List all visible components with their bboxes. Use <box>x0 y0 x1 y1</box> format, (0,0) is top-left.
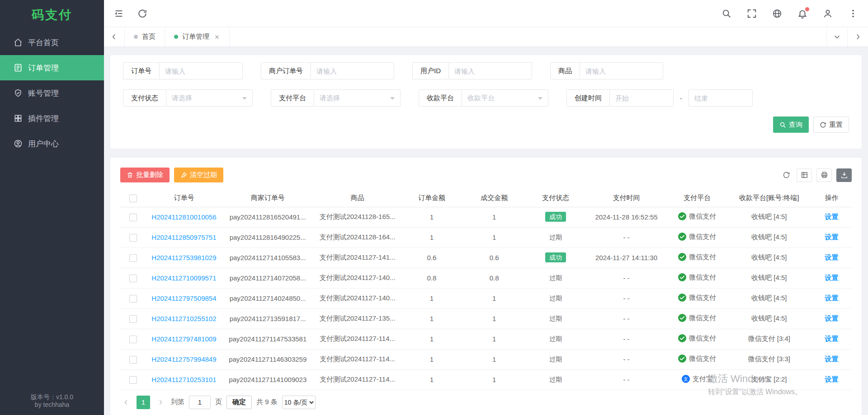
fullscreen-icon[interactable] <box>747 9 757 19</box>
order-no-link[interactable]: H2024112710253101 <box>151 376 216 383</box>
paid-amount-cell: 0.6 <box>462 247 526 268</box>
grid-icon <box>14 114 23 123</box>
order-no-link[interactable]: H2024112757994849 <box>151 355 216 363</box>
row-checkbox[interactable] <box>129 234 137 242</box>
tab-close-icon[interactable] <box>214 34 220 40</box>
settings-link[interactable]: 设置 <box>825 213 839 220</box>
sidebar-item-orders[interactable]: 订单管理 <box>0 55 104 80</box>
reset-button[interactable]: 重置 <box>813 117 849 133</box>
status-badge: 过期 <box>549 376 562 383</box>
row-checkbox[interactable] <box>129 214 137 221</box>
prev-page-button[interactable] <box>120 396 132 409</box>
language-globe-icon[interactable] <box>772 9 782 19</box>
payment-platform-icon: 支 <box>678 253 686 261</box>
goto-page-input[interactable] <box>189 396 211 409</box>
row-checkbox[interactable] <box>129 275 137 282</box>
sidebar-item-user-center[interactable]: 用户中心 <box>0 131 104 156</box>
tabs-menu-button[interactable] <box>826 27 847 47</box>
sidebar: 码支付 平台首页 订单管理 账号管理 <box>0 0 104 415</box>
product-input[interactable] <box>580 62 663 79</box>
confirm-page-button[interactable]: 确定 <box>226 396 252 409</box>
sidebar-item-accounts[interactable]: 账号管理 <box>0 80 104 106</box>
version-info: 版本号：v1.0.0 by techhaha <box>0 393 104 409</box>
col-header-order-amount: 订单金额 <box>401 190 462 207</box>
row-checkbox[interactable] <box>129 336 137 343</box>
user-id-input[interactable] <box>448 62 532 79</box>
tab-home[interactable]: 首页 <box>125 27 165 47</box>
page-size-select[interactable]: 10 条/页 <box>282 396 316 409</box>
start-date-input[interactable] <box>609 89 674 107</box>
settings-link[interactable]: 设置 <box>825 233 839 241</box>
row-checkbox[interactable] <box>129 376 137 384</box>
filter-label: 创建时间 <box>566 89 609 107</box>
order-amount-cell: 0.8 <box>401 268 462 288</box>
product-cell: 支付测试20241127-135... <box>314 308 401 329</box>
clear-broom-icon <box>180 172 187 178</box>
order-no-link[interactable]: H2024112753981029 <box>151 254 216 261</box>
current-page-button[interactable]: 1 <box>137 396 150 409</box>
sidebar-toggle-icon[interactable] <box>114 9 124 19</box>
search-icon[interactable] <box>722 9 731 19</box>
order-no-link[interactable]: H2024112797481009 <box>151 335 216 343</box>
product-cell: 支付测试20241127-141... <box>314 247 401 268</box>
user-icon[interactable] <box>823 9 833 19</box>
col-header-pay-platform: 支付平台 <box>668 190 726 207</box>
row-checkbox[interactable] <box>129 356 137 364</box>
order-amount-cell: 1 <box>401 207 462 227</box>
batch-delete-button[interactable]: 批量删除 <box>120 168 170 182</box>
settings-link[interactable]: 设置 <box>825 335 839 342</box>
row-checkbox[interactable] <box>129 254 137 262</box>
order-no-link[interactable]: H2024112710099571 <box>151 274 216 282</box>
table-refresh-icon[interactable] <box>780 168 792 182</box>
order-no-input[interactable] <box>159 62 243 79</box>
pay-platform-select[interactable]: 请选择 <box>314 89 401 107</box>
tabs-scroll-right-button[interactable] <box>847 27 868 47</box>
sidebar-item-home[interactable]: 平台首页 <box>0 30 104 55</box>
col-header-paid-amount: 成交金额 <box>462 190 526 207</box>
version-credit: by techhaha <box>0 401 104 409</box>
shield-check-icon <box>14 89 23 98</box>
pay-time-cell: - - <box>585 288 668 308</box>
header-right <box>722 9 858 19</box>
col-header-product: 商品 <box>314 190 401 207</box>
row-checkbox[interactable] <box>129 315 137 323</box>
pay-status-select[interactable]: 请选择 <box>166 89 253 107</box>
tab-bar: 首页 订单管理 <box>104 27 868 47</box>
end-date-input[interactable] <box>689 89 753 107</box>
order-no-link[interactable]: H2024112850975751 <box>151 233 216 241</box>
tabs-scroll-left-button[interactable] <box>104 27 125 47</box>
sidebar-item-plugins[interactable]: 插件管理 <box>0 106 104 131</box>
tab-order-management[interactable]: 订单管理 <box>165 27 230 47</box>
order-no-link[interactable]: H2024112710255102 <box>151 315 216 322</box>
next-page-button[interactable] <box>155 396 166 409</box>
settings-link[interactable]: 设置 <box>825 253 839 261</box>
pay-platform-cell: 支 微信支付 <box>678 233 716 241</box>
receive-platform-select[interactable]: 收款平台 <box>462 89 548 107</box>
settings-link[interactable]: 设置 <box>825 355 839 363</box>
printer-icon[interactable] <box>816 168 832 182</box>
receiver-platform-cell: 收钱吧 [4:5] <box>726 268 811 288</box>
row-checkbox[interactable] <box>129 295 137 303</box>
payment-platform-icon: 支 <box>678 294 686 302</box>
select-all-checkbox[interactable] <box>129 195 137 202</box>
order-no-link[interactable]: H2024112797509854 <box>151 294 216 302</box>
order-no-link[interactable]: H2024112810010056 <box>151 213 216 221</box>
merchant-order-no-cell: pay2024112714072058... <box>222 268 314 288</box>
search-button[interactable]: 查询 <box>773 117 809 133</box>
columns-grid-icon[interactable] <box>797 168 812 182</box>
date-range-separator: - <box>680 94 682 102</box>
reload-icon[interactable] <box>137 9 147 19</box>
export-download-icon[interactable] <box>836 168 852 182</box>
settings-link[interactable]: 设置 <box>825 274 839 281</box>
notification-bell-icon[interactable] <box>797 9 807 19</box>
table-row: H2024112753981029 pay2024112714105583...… <box>120 247 852 268</box>
more-dots-icon[interactable] <box>848 9 858 19</box>
settings-link[interactable]: 设置 <box>825 314 839 322</box>
settings-link[interactable]: 设置 <box>825 294 839 302</box>
order-amount-cell: 1 <box>401 349 462 369</box>
clear-expired-button[interactable]: 清空过期 <box>174 168 223 182</box>
order-amount-cell: 1 <box>401 329 462 349</box>
status-badge: 过期 <box>549 335 562 342</box>
merchant-order-no-input[interactable] <box>311 62 394 79</box>
settings-link[interactable]: 设置 <box>825 375 839 383</box>
